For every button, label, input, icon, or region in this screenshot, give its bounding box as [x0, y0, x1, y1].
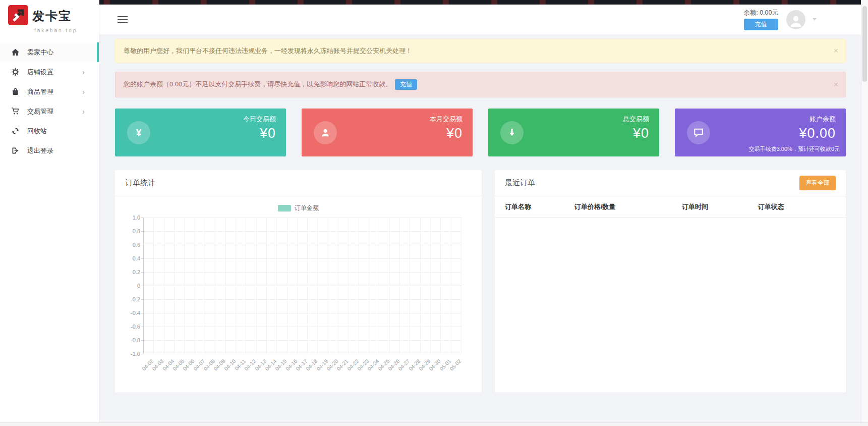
sidebar-item-seller-center[interactable]: 卖家中心	[0, 42, 99, 62]
sidebar-item-label: 店铺设置	[27, 68, 82, 77]
y-tick-mark	[141, 299, 143, 300]
gridline-v	[307, 218, 308, 354]
gridline-v	[164, 218, 164, 354]
gridline-h	[143, 313, 461, 313]
user-icon	[314, 121, 337, 144]
gridline-v	[440, 218, 441, 354]
x-tick-label: 04-07	[192, 358, 206, 371]
gridline-h	[143, 354, 461, 354]
chat-bubble-icon	[687, 121, 710, 144]
y-tick-mark	[141, 245, 143, 245]
y-tick-label: 0.2	[125, 269, 140, 275]
balance-block: 余额: 0.00元 充值	[743, 9, 778, 30]
alert-recharge-button[interactable]: 充值	[395, 79, 417, 90]
y-tick-mark	[141, 340, 143, 341]
brand[interactable]: 发卡宝 fakebao.top	[0, 0, 99, 37]
chevron-right-icon: ›	[82, 88, 85, 96]
stat-card-label: 本月交易额	[430, 115, 462, 124]
y-tick-label: 1.0	[125, 215, 140, 221]
sidebar-item-product-management[interactable]: 商品管理›	[0, 82, 99, 101]
x-tick-label: 04-15	[274, 358, 287, 371]
stat-card-month-volume: 本月交易额¥0	[302, 109, 473, 156]
sidebar-item-label: 交易管理	[27, 107, 82, 116]
gridline-v	[359, 218, 359, 354]
y-tick-mark	[141, 231, 143, 232]
brand-domain: fakebao.top	[34, 28, 92, 33]
chart-legend[interactable]: 订单金额	[125, 204, 472, 212]
gridline-h	[143, 231, 461, 232]
stat-card-label: 账户余额	[799, 115, 836, 124]
stat-card-total-volume: 总交易额¥0	[488, 109, 659, 156]
x-tick-label: 04-13	[254, 358, 267, 371]
main-content: 尊敬的用户您好，我们平台不接任何违法违规业务，一经发现将永久冻结账号并提交公安机…	[99, 34, 861, 422]
x-tick-label: 04-18	[305, 358, 318, 371]
view-all-button[interactable]: 查看全部	[799, 176, 836, 190]
gridline-v	[369, 218, 369, 354]
orders-table-header: 订单名称订单价格/数量订单时间订单状态	[495, 196, 846, 218]
gridline-v	[215, 218, 215, 354]
x-tick-label: 04-24	[366, 358, 380, 371]
y-tick-label: -0.4	[125, 310, 140, 316]
gridline-h	[143, 245, 461, 245]
y-tick-mark	[141, 313, 143, 313]
gridline-v	[297, 218, 298, 354]
logout-icon	[11, 146, 20, 155]
gridline-v	[410, 218, 410, 354]
alert-danger: 您的账户余额（0.00元）不足以支付交易手续费，请尽快充值，以免影响您的网站正常…	[115, 72, 846, 97]
stat-card-value: ¥0	[243, 126, 276, 141]
stat-card-account-balance: 账户余额¥0.00交易手续费3.00%，预计还可收款0元	[675, 109, 846, 156]
stat-card-note: 交易手续费3.00%，预计还可收款0元	[749, 145, 840, 153]
gridline-v	[451, 218, 451, 354]
stat-card-value: ¥0	[430, 126, 462, 141]
stat-card-texts: 今日交易额¥0	[243, 115, 276, 141]
y-tick-mark	[141, 272, 143, 273]
stat-card-value: ¥0.00	[799, 126, 836, 141]
gridline-v	[195, 218, 195, 354]
sidebar-item-shop-settings[interactable]: 店铺设置›	[0, 62, 99, 82]
gridline-v	[184, 218, 185, 354]
close-icon[interactable]: ×	[834, 47, 838, 55]
x-tick-label: 04-27	[397, 358, 411, 371]
stat-card-texts: 账户余额¥0.00	[799, 115, 836, 141]
gridline-v	[348, 218, 349, 354]
sidebar-item-recycle-bin[interactable]: 回收站	[0, 121, 99, 141]
gridline-v	[328, 218, 328, 354]
stat-card-label: 今日交易额	[243, 115, 276, 124]
order-stats-panel: 订单统计 订单金额 1.00.80.60.40.20-0.2-0.4-0.6-0…	[115, 170, 482, 392]
sidebar-item-label: 退出登录	[27, 146, 91, 155]
gridline-v	[143, 218, 144, 354]
gridline-h	[143, 286, 461, 286]
x-tick-label: 04-28	[408, 358, 421, 371]
x-tick-label: 04-25	[377, 358, 390, 371]
chevron-down-icon[interactable]	[813, 18, 817, 21]
gridline-v	[461, 218, 461, 354]
close-icon[interactable]: ×	[834, 81, 838, 89]
scrollbar-thumb[interactable]	[862, 6, 867, 82]
menu-toggle-icon[interactable]	[118, 14, 128, 25]
gridline-h	[143, 272, 461, 273]
avatar[interactable]	[786, 10, 805, 29]
sidebar-item-logout[interactable]: 退出登录	[0, 141, 99, 161]
order-stats-title: 订单统计	[125, 178, 155, 188]
gridline-v	[287, 218, 287, 354]
brand-logo-icon	[8, 5, 28, 27]
balance-text: 余额: 0.00元	[743, 9, 778, 17]
gridline-v	[276, 218, 277, 354]
x-tick-label: 04-16	[284, 358, 298, 371]
legend-swatch	[278, 205, 291, 211]
chart-grid	[143, 218, 461, 354]
stat-card-value: ¥0	[623, 126, 649, 141]
x-tick-label: 04-21	[335, 358, 349, 371]
gridline-v	[379, 218, 379, 354]
sidebar-item-trade-management[interactable]: 交易管理›	[0, 101, 99, 121]
gridline-v	[399, 218, 400, 354]
x-tick-label: 04-03	[151, 358, 164, 371]
chevron-right-icon: ›	[82, 68, 85, 76]
x-tick-label: 04-06	[182, 358, 195, 371]
topbar: 余额: 0.00元 充值	[99, 5, 861, 34]
vertical-scrollbar[interactable]	[861, 0, 868, 426]
recent-orders-panel: 最近订单 查看全部 订单名称订单价格/数量订单时间订单状态	[495, 170, 846, 392]
gridline-v	[174, 218, 175, 354]
y-tick-label: -0.2	[125, 296, 140, 302]
topbar-recharge-button[interactable]: 充值	[744, 19, 778, 30]
